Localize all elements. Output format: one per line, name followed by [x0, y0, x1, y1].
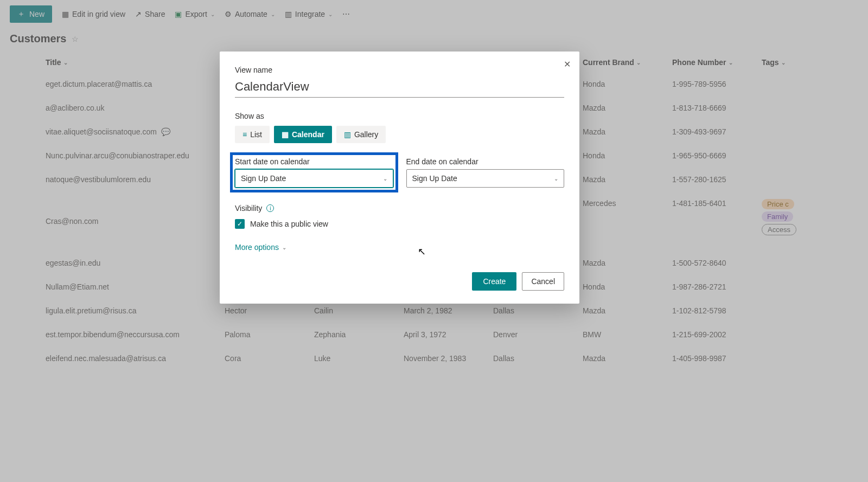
calendar-icon: ▦	[282, 130, 289, 139]
end-date-label: End date on calendar	[406, 157, 565, 166]
create-view-dialog: ✕ View name Show as ≡ List ▦ Calendar ▥ …	[220, 52, 579, 304]
public-view-label: Make this a public view	[250, 220, 328, 228]
view-type-list-label: List	[250, 130, 262, 139]
mouse-cursor-icon: ↖	[418, 246, 426, 258]
view-type-group: ≡ List ▦ Calendar ▥ Gallery	[235, 126, 564, 143]
show-as-label: Show as	[235, 112, 564, 120]
info-icon[interactable]: i	[266, 204, 274, 212]
start-date-label: Start date on calendar	[235, 157, 393, 166]
more-options-toggle[interactable]: More options ⌄	[235, 243, 564, 252]
view-type-gallery-label: Gallery	[354, 130, 378, 139]
visibility-label: Visibility	[235, 204, 262, 213]
view-type-calendar[interactable]: ▦ Calendar	[274, 126, 332, 143]
cancel-button[interactable]: Cancel	[522, 272, 564, 291]
start-date-field: Start date on calendar Sign Up Date ⌄	[235, 157, 393, 188]
close-button[interactable]: ✕	[564, 59, 571, 69]
start-date-select[interactable]: Sign Up Date ⌄	[235, 169, 393, 188]
create-button[interactable]: Create	[472, 272, 516, 291]
list-icon: ≡	[242, 130, 247, 139]
view-type-list[interactable]: ≡ List	[235, 126, 270, 143]
end-date-field: End date on calendar Sign Up Date ⌄	[406, 157, 565, 188]
start-date-value: Sign Up Date	[241, 174, 286, 183]
view-name-input[interactable]	[235, 78, 564, 98]
chevron-down-icon: ⌄	[282, 245, 286, 250]
end-date-value: Sign Up Date	[412, 174, 457, 183]
gallery-icon: ▥	[344, 130, 351, 139]
chevron-down-icon: ⌄	[554, 176, 558, 182]
view-type-gallery[interactable]: ▥ Gallery	[336, 126, 386, 143]
end-date-select[interactable]: Sign Up Date ⌄	[406, 169, 565, 188]
close-icon: ✕	[564, 60, 571, 69]
more-options-label: More options	[235, 243, 279, 252]
view-type-calendar-label: Calendar	[292, 130, 324, 139]
checkmark-icon: ✓	[237, 220, 242, 228]
view-name-label: View name	[235, 66, 564, 74]
public-view-checkbox[interactable]: ✓	[235, 219, 245, 229]
chevron-down-icon: ⌄	[383, 176, 387, 182]
